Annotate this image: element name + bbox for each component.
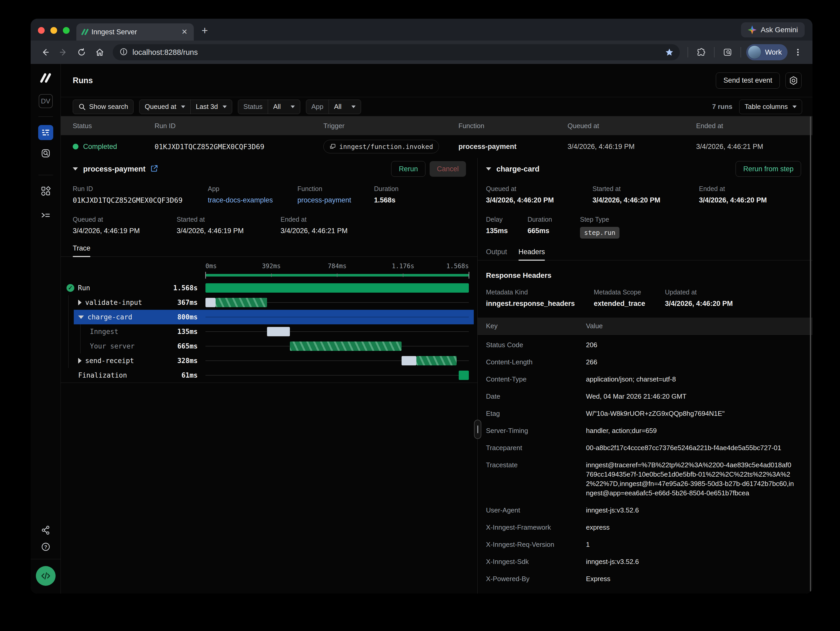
env-badge[interactable]: DV bbox=[39, 94, 53, 108]
browser-menu-icon[interactable] bbox=[790, 44, 806, 60]
sidebar-divider bbox=[38, 175, 53, 175]
header-value: Wed, 04 Mar 2026 21:46:20 GMT bbox=[586, 392, 804, 401]
run-function-cell: process-payment bbox=[458, 143, 568, 151]
header-key: Date bbox=[486, 392, 586, 401]
home-icon[interactable] bbox=[92, 44, 107, 60]
maximize-window-button[interactable] bbox=[63, 27, 69, 34]
status-filter: Status All bbox=[238, 100, 300, 114]
trace-minimap[interactable] bbox=[205, 271, 469, 279]
url-bar[interactable]: localhost:8288/runs bbox=[113, 44, 680, 60]
inngest-logo-icon bbox=[42, 73, 49, 83]
bookmark-star-icon[interactable] bbox=[662, 44, 677, 60]
browser-profile-button[interactable]: Work bbox=[746, 44, 788, 60]
header-key: Content-Type bbox=[486, 375, 586, 384]
time-range-dropdown[interactable]: Last 3d bbox=[191, 100, 232, 114]
header-row-user-agent: User-Agentinngest-js:v3.52.6 bbox=[486, 501, 804, 519]
reload-icon[interactable] bbox=[74, 44, 89, 60]
share-icon[interactable] bbox=[38, 523, 53, 538]
trace-step-duration: 135ms bbox=[153, 328, 198, 335]
close-tab-icon[interactable]: ✕ bbox=[182, 28, 188, 36]
tab-headers[interactable]: Headers bbox=[518, 248, 545, 260]
chevron-down-icon[interactable] bbox=[78, 315, 84, 319]
sidebar-item-dev-tools[interactable] bbox=[38, 208, 53, 223]
vertical-scrollbar[interactable] bbox=[810, 116, 811, 591]
value-column-header: Value bbox=[586, 322, 603, 330]
trace-row-validate-input[interactable]: validate-input367ms bbox=[61, 295, 477, 310]
run-id-label: Run ID bbox=[73, 185, 208, 193]
trace-row-inngest[interactable]: Inngest135ms bbox=[61, 324, 477, 339]
site-info-icon[interactable] bbox=[120, 47, 128, 57]
new-tab-button[interactable]: + bbox=[202, 24, 208, 41]
trace-row-send-receipt[interactable]: send-receipt328ms bbox=[61, 353, 477, 368]
header-key: Etag bbox=[486, 409, 586, 418]
header-key: Traceparent bbox=[486, 443, 586, 452]
sidebar-item-events[interactable] bbox=[38, 146, 53, 161]
search-icon bbox=[78, 103, 86, 111]
page-title: Runs bbox=[73, 76, 93, 85]
delay-label: Delay bbox=[486, 216, 527, 223]
sidebar-item-runs[interactable] bbox=[38, 125, 53, 140]
trace-step-label: Run bbox=[78, 284, 90, 292]
trace-step-duration: 328ms bbox=[153, 357, 198, 365]
close-window-button[interactable] bbox=[38, 27, 45, 34]
column-header-queued-at: Queued at bbox=[568, 122, 696, 130]
run-id-value: 01KJXD1TQCZ852GMEX0CQF3D69 bbox=[73, 196, 208, 204]
tab-title: Inngest Server bbox=[92, 28, 177, 36]
trigger-event-pill[interactable]: inngest/function.invoked bbox=[324, 140, 439, 153]
app-filter-dropdown[interactable]: All bbox=[329, 100, 361, 114]
extensions-icon[interactable] bbox=[693, 44, 709, 60]
tab-trace[interactable]: Trace bbox=[73, 244, 90, 256]
status-filter-dropdown[interactable]: All bbox=[268, 100, 300, 114]
app-link[interactable]: trace-docs-examples bbox=[208, 196, 297, 204]
minimize-window-button[interactable] bbox=[51, 27, 57, 34]
trace-row-charge-card[interactable]: charge-card800ms bbox=[61, 310, 477, 324]
duration-value: 1.568s bbox=[374, 196, 399, 204]
run-table-row[interactable]: Completed 01KJXD1TQCZ852GMEX0CQF3D69 inn… bbox=[61, 135, 812, 158]
window-controls bbox=[31, 27, 76, 41]
trace-row-finalization[interactable]: Finalization61ms bbox=[61, 368, 477, 383]
function-link[interactable]: process-payment bbox=[297, 196, 374, 204]
header-value: express bbox=[586, 523, 804, 532]
axis-tick-label: 1.568s bbox=[446, 263, 469, 270]
header-row-content-type: Content-Typeapplication/json; charset=ut… bbox=[486, 371, 804, 388]
table-columns-button[interactable]: Table columns bbox=[739, 100, 802, 114]
header-key: Server-Timing bbox=[486, 426, 586, 435]
trace-row-your-server[interactable]: Your server665ms bbox=[61, 339, 477, 353]
svg-text:?: ? bbox=[44, 544, 47, 550]
show-search-button[interactable]: Show search bbox=[73, 100, 134, 114]
trace-row-run[interactable]: ✓Run1.568s bbox=[61, 281, 477, 295]
pane-resize-handle[interactable] bbox=[474, 420, 481, 439]
help-icon[interactable]: ? bbox=[38, 539, 53, 554]
step-detail-title: charge-card bbox=[496, 165, 540, 173]
app-filter: App All bbox=[306, 100, 361, 114]
back-icon[interactable] bbox=[37, 44, 53, 60]
chevron-down-icon bbox=[223, 106, 227, 108]
search-sidebar-icon[interactable] bbox=[720, 44, 735, 60]
settings-button[interactable] bbox=[785, 73, 802, 89]
rerun-from-step-button[interactable]: Rerun from step bbox=[736, 161, 801, 177]
send-test-event-button[interactable]: Send test event bbox=[716, 73, 780, 89]
cancel-button[interactable]: Cancel bbox=[429, 161, 466, 177]
gemini-icon bbox=[748, 25, 756, 34]
header-value: inngest-js:v3.52.6 bbox=[586, 506, 804, 515]
header-value: 266 bbox=[586, 357, 804, 367]
collapse-run-chevron-icon[interactable] bbox=[73, 168, 78, 171]
trace-step-label: send-receipt bbox=[85, 357, 134, 365]
rerun-button[interactable]: Rerun bbox=[391, 161, 425, 177]
collapse-step-chevron-icon[interactable] bbox=[486, 168, 491, 171]
step-queued-at-value: 3/4/2026, 4:46:20 PM bbox=[486, 196, 592, 204]
trace-step-duration: 61ms bbox=[153, 372, 198, 379]
time-field-dropdown[interactable]: Queued at bbox=[139, 100, 190, 114]
step-queued-at-label: Queued at bbox=[486, 185, 592, 193]
tab-output[interactable]: Output bbox=[486, 248, 507, 260]
sidebar-item-apps[interactable] bbox=[38, 183, 53, 199]
started-at-value: 3/4/2026, 4:46:19 PM bbox=[177, 227, 281, 235]
dev-server-code-button[interactable] bbox=[36, 566, 55, 586]
minimap-tick bbox=[337, 274, 337, 277]
chevron-right-icon[interactable] bbox=[78, 300, 82, 305]
open-external-icon[interactable] bbox=[150, 164, 158, 174]
browser-tab-inngest-server[interactable]: Inngest Server ✕ bbox=[76, 24, 194, 41]
forward-icon[interactable] bbox=[55, 44, 71, 60]
chevron-right-icon[interactable] bbox=[78, 358, 82, 364]
ask-gemini-button[interactable]: Ask Gemini bbox=[741, 22, 805, 38]
